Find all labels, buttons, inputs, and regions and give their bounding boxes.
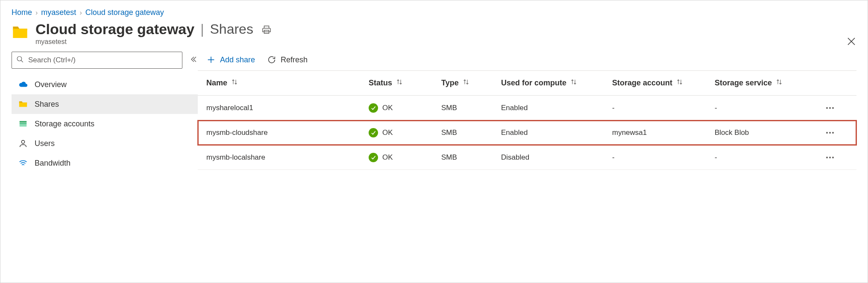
sidebar-item-label: Storage accounts [35, 120, 94, 128]
folder-icon [12, 23, 29, 40]
page-header: Cloud storage gateway | Shares myasetest [12, 21, 856, 46]
svg-point-16 [826, 157, 828, 158]
sort-icon [462, 78, 470, 88]
sidebar-nav: Overview Shares Storage accounts [12, 75, 198, 173]
breadcrumb-resource[interactable]: myasetest [41, 8, 76, 17]
row-more-button[interactable] [817, 103, 843, 113]
status-ok-icon [369, 103, 378, 113]
add-share-label: Add share [220, 55, 255, 64]
row-more-button[interactable] [817, 128, 843, 138]
folder-icon [18, 99, 28, 109]
col-status-label: Status [369, 79, 392, 88]
collapse-sidebar-button[interactable] [189, 55, 198, 66]
service-cell: - [715, 153, 817, 162]
svg-rect-6 [20, 125, 27, 127]
compute-cell: Disabled [501, 153, 612, 162]
user-icon [18, 139, 28, 148]
page-section: Shares [210, 21, 253, 37]
status-cell: OK [369, 103, 441, 113]
table-row: mysmb-cloudshare OK SMB Enabled mynewsa1… [198, 120, 856, 145]
compute-cell: Enabled [501, 104, 612, 112]
svg-point-15 [832, 132, 834, 134]
main-content: Add share Refresh Name Status [198, 52, 856, 170]
toolbar: Add share Refresh [198, 52, 856, 71]
status-cell: OK [369, 128, 441, 137]
status-ok-icon [369, 153, 378, 162]
sidebar-item-label: Users [35, 139, 55, 148]
svg-point-14 [829, 132, 831, 134]
col-name[interactable]: Name [206, 78, 369, 88]
page-subtitle: myasetest [35, 38, 271, 46]
svg-point-18 [832, 157, 834, 158]
table-header: Name Status Type Used for compute [198, 71, 856, 96]
svg-point-12 [832, 107, 834, 109]
chevron-right-icon: › [35, 9, 38, 17]
cloud-icon [18, 80, 28, 89]
status-text: OK [382, 128, 393, 137]
search-input[interactable] [27, 55, 178, 65]
account-cell: - [612, 153, 715, 162]
table-row: mysmb-localshare OK SMB Disabled - - [198, 145, 856, 170]
sidebar-item-label: Bandwidth [35, 159, 70, 168]
svg-rect-4 [20, 121, 27, 123]
status-text: OK [382, 104, 393, 112]
search-icon [16, 55, 27, 65]
sort-icon [676, 78, 683, 88]
print-button[interactable] [262, 25, 271, 34]
sidebar-item-overview[interactable]: Overview [12, 75, 198, 94]
col-service-label: Storage service [715, 79, 772, 88]
sidebar: Overview Shares Storage accounts [12, 52, 198, 173]
svg-point-13 [826, 132, 828, 134]
type-cell: SMB [441, 128, 501, 137]
col-type-label: Type [441, 79, 459, 88]
svg-point-7 [21, 140, 24, 143]
breadcrumb: Home › myasetest › Cloud storage gateway [12, 8, 856, 17]
status-ok-icon [369, 128, 378, 137]
sidebar-item-bandwidth[interactable]: Bandwidth [12, 153, 198, 173]
col-compute-label: Used for compute [501, 79, 566, 88]
sort-icon [570, 78, 578, 88]
share-name-link[interactable]: mysmb-cloudshare [206, 128, 369, 137]
account-cell: mynewsa1 [612, 128, 715, 137]
breadcrumb-current[interactable]: Cloud storage gateway [85, 8, 164, 17]
refresh-button[interactable]: Refresh [267, 55, 308, 64]
close-button[interactable] [846, 36, 856, 47]
svg-line-3 [21, 60, 23, 62]
storage-icon [18, 119, 28, 128]
share-name-link[interactable]: mysmb-localshare [206, 153, 369, 162]
svg-point-17 [829, 157, 831, 158]
col-account[interactable]: Storage account [612, 78, 715, 88]
share-name-link[interactable]: mysharelocal1 [206, 104, 369, 112]
svg-point-11 [829, 107, 831, 109]
sidebar-item-users[interactable]: Users [12, 134, 198, 153]
col-service[interactable]: Storage service [715, 78, 817, 88]
type-cell: SMB [441, 153, 501, 162]
type-cell: SMB [441, 104, 501, 112]
sort-icon [231, 78, 238, 88]
page-root: Home › myasetest › Cloud storage gateway… [0, 0, 868, 283]
sidebar-item-label: Shares [35, 100, 59, 109]
col-name-label: Name [206, 79, 227, 88]
row-more-button[interactable] [817, 152, 843, 163]
sort-icon [775, 78, 783, 88]
status-cell: OK [369, 153, 441, 162]
compute-cell: Enabled [501, 128, 612, 137]
bandwidth-icon [18, 158, 28, 168]
refresh-label: Refresh [281, 55, 308, 64]
status-text: OK [382, 153, 393, 162]
add-share-button[interactable]: Add share [206, 55, 255, 64]
sort-icon [396, 78, 403, 88]
search-input-wrapper[interactable] [12, 52, 182, 69]
page-title: Cloud storage gateway [35, 21, 194, 37]
service-cell: - [715, 104, 817, 112]
chevron-right-icon: › [79, 9, 82, 17]
col-compute[interactable]: Used for compute [501, 78, 612, 88]
svg-point-2 [17, 56, 22, 61]
col-type[interactable]: Type [441, 78, 501, 88]
col-status[interactable]: Status [369, 78, 441, 88]
sidebar-item-shares[interactable]: Shares [12, 94, 198, 114]
breadcrumb-home[interactable]: Home [12, 8, 32, 17]
svg-point-10 [826, 107, 828, 109]
account-cell: - [612, 104, 715, 112]
sidebar-item-storage-accounts[interactable]: Storage accounts [12, 114, 198, 134]
